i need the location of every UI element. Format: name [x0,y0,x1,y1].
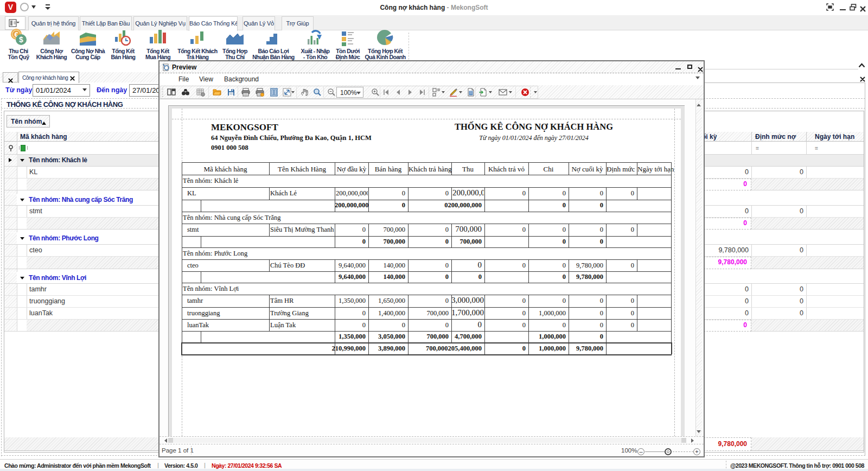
svg-text:$: $ [19,35,23,44]
